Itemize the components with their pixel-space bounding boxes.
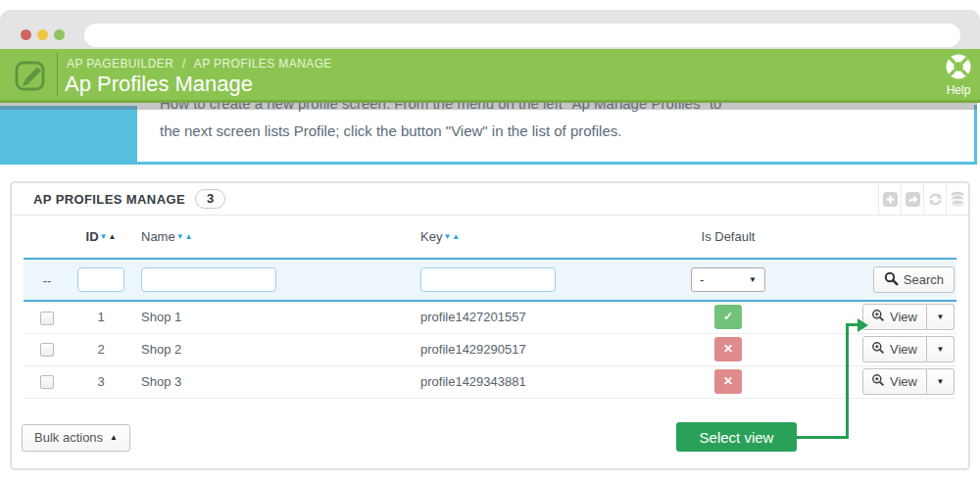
window-zoom-dot[interactable] — [54, 29, 65, 40]
row-checkbox[interactable] — [40, 312, 54, 325]
doc-bottom-border — [0, 162, 977, 165]
breadcrumb-separator: / — [182, 57, 186, 71]
cell-key: profile1429343881 — [411, 365, 646, 398]
cell-key: profile1427201557 — [411, 301, 646, 333]
view-label: View — [890, 374, 917, 389]
bulk-actions-button[interactable]: Bulk actions ▲ — [22, 424, 130, 452]
select-view-button[interactable]: Select view — [676, 422, 797, 452]
breadcrumb-current: AP PROFILES MANAGE — [194, 57, 332, 71]
cell-name: Shop 2 — [131, 333, 411, 365]
table-row: 1 Shop 1 profile1427201557 ✓ — [24, 301, 956, 333]
sort-desc-icon[interactable]: ▼ — [176, 232, 184, 241]
doc-gray-overlay — [0, 103, 977, 110]
table-row: 3 Shop 3 profile1429343881 ✕ — [24, 365, 956, 398]
view-button[interactable]: View — [862, 336, 927, 362]
filter-row: -- - ▼ — [24, 259, 956, 301]
row-count-badge: 3 — [195, 189, 225, 209]
table-row: 2 Shop 2 profile1429290517 ✕ — [24, 333, 956, 365]
panel-title: AP PROFILES MANAGE — [33, 192, 185, 207]
profiles-panel: AP PROFILES MANAGE 3 — [10, 181, 970, 470]
search-button[interactable]: Search — [873, 266, 955, 293]
screenshot-stage: How to create a new profile screen. From… — [0, 0, 980, 482]
chevron-down-icon: ▼ — [937, 377, 945, 386]
database-icon[interactable] — [946, 183, 968, 215]
view-button[interactable]: View — [862, 368, 927, 395]
cell-id: 1 — [71, 301, 131, 333]
header-divider — [57, 53, 58, 96]
chevron-down-icon: ▼ — [937, 313, 945, 321]
filter-select-all: -- — [43, 273, 52, 288]
is-default-cross-badge[interactable]: ✕ — [714, 337, 742, 362]
profiles-table: ID▼▲ Name▼▲ Key▼▲ Is Default -- — [24, 216, 956, 399]
pagebuilder-pencil-icon — [12, 55, 51, 100]
url-bar[interactable] — [84, 24, 960, 47]
annotation-arrow-line — [846, 323, 849, 439]
zoom-in-icon — [871, 373, 885, 390]
lifebuoy-icon — [945, 67, 972, 83]
filter-name-input[interactable] — [141, 267, 276, 292]
cell-key: profile1429290517 — [411, 333, 646, 365]
cell-id: 3 — [71, 365, 131, 398]
row-action-group: View ▼ — [862, 304, 955, 330]
view-label: View — [890, 342, 917, 357]
zoom-in-icon — [871, 341, 885, 358]
table-header-row: ID▼▲ Name▼▲ Key▼▲ Is Default — [24, 216, 956, 259]
view-button[interactable]: View — [862, 304, 927, 330]
chevron-up-icon: ▲ — [110, 433, 118, 442]
view-dropdown-toggle[interactable]: ▼ — [927, 304, 955, 330]
is-default-cross-badge[interactable]: ✕ — [714, 369, 742, 394]
add-icon[interactable] — [878, 183, 901, 215]
header-checkbox-spacer — [24, 216, 71, 259]
sort-asc-icon[interactable]: ▲ — [452, 232, 460, 241]
view-dropdown-toggle[interactable]: ▼ — [927, 336, 955, 362]
column-header-is-default: Is Default — [646, 216, 810, 259]
row-checkbox[interactable] — [40, 375, 54, 389]
page-title: Ap Profiles Manage — [65, 72, 253, 97]
column-header-name[interactable]: Name▼▲ — [131, 216, 411, 259]
search-label: Search — [904, 272, 944, 287]
search-icon — [884, 271, 899, 289]
breadcrumb-parent[interactable]: AP PAGEBUILDER — [67, 57, 173, 71]
selected-option: - — [700, 272, 704, 287]
doc-blue-block — [0, 106, 137, 162]
filter-key-input[interactable] — [420, 267, 556, 292]
window-minimize-dot[interactable] — [37, 29, 48, 40]
view-label: View — [890, 310, 917, 324]
cell-name: Shop 1 — [131, 301, 411, 333]
column-header-key[interactable]: Key▼▲ — [411, 216, 646, 259]
breadcrumb: AP PAGEBUILDER / AP PROFILES MANAGE — [67, 57, 337, 71]
sort-desc-icon[interactable]: ▼ — [443, 232, 451, 241]
row-action-group: View ▼ — [862, 368, 955, 395]
doc-right-border — [974, 105, 977, 162]
annotation-arrow-line — [797, 436, 849, 439]
sort-asc-icon[interactable]: ▲ — [109, 232, 117, 241]
chevron-down-icon: ▼ — [937, 345, 945, 354]
filter-id-input[interactable] — [77, 267, 124, 292]
cell-name: Shop 3 — [131, 365, 411, 398]
browser-chrome — [0, 10, 980, 49]
panel-header: AP PROFILES MANAGE 3 — [12, 183, 968, 216]
window-close-dot[interactable] — [21, 29, 31, 40]
filter-default-select[interactable]: - ▼ — [691, 267, 765, 292]
annotation-arrowhead — [858, 318, 868, 332]
column-header-id[interactable]: ID▼▲ — [71, 216, 131, 259]
chevron-down-icon: ▼ — [749, 275, 757, 284]
help-label: Help — [937, 83, 980, 97]
row-checkbox[interactable] — [40, 343, 54, 357]
cell-id: 2 — [71, 333, 131, 365]
sort-asc-icon[interactable]: ▲ — [185, 232, 193, 241]
is-default-check-badge[interactable]: ✓ — [714, 305, 742, 329]
help-note-line2: the next screen lists Profile; click the… — [160, 120, 621, 143]
panel-toolbar — [878, 183, 968, 215]
zoom-in-icon — [871, 309, 885, 325]
bulk-actions-label: Bulk actions — [34, 430, 103, 445]
help-button[interactable]: Help — [937, 53, 980, 97]
sort-desc-icon[interactable]: ▼ — [100, 232, 108, 241]
export-icon[interactable] — [901, 183, 923, 215]
view-dropdown-toggle[interactable]: ▼ — [927, 368, 955, 395]
column-header-actions — [810, 216, 956, 259]
page-header: AP PAGEBUILDER / AP PROFILES MANAGE Ap P… — [0, 49, 980, 103]
row-action-group: View ▼ — [862, 336, 955, 362]
refresh-icon[interactable] — [923, 183, 946, 215]
